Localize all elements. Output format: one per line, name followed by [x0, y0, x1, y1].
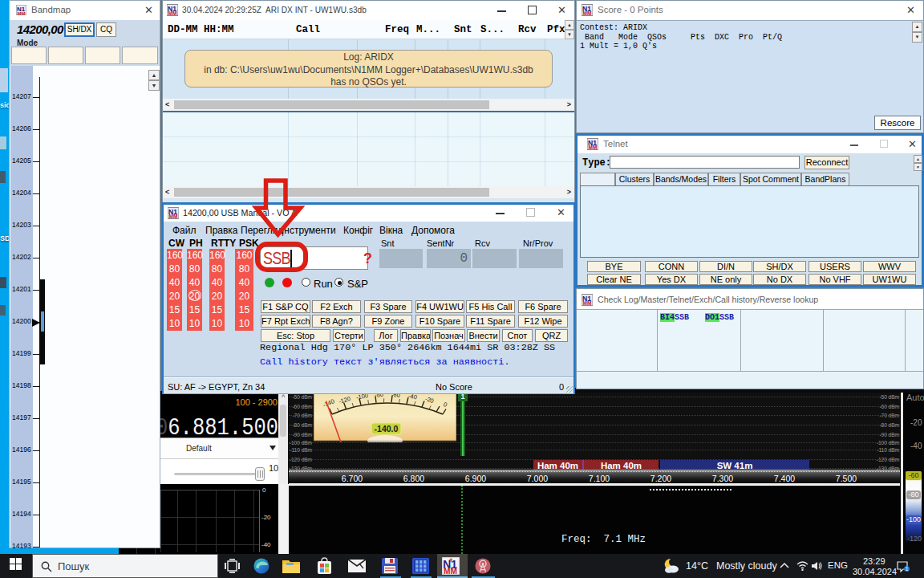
- svg-text:MM: MM: [168, 10, 177, 16]
- svg-text:MM: MM: [583, 300, 592, 306]
- svg-text:MM: MM: [18, 11, 26, 16]
- svg-text:MM: MM: [589, 144, 598, 150]
- svg-text:+: +: [449, 557, 453, 564]
- svg-text:-140.0: -140.0: [375, 424, 399, 434]
- svg-text:MM: MM: [583, 10, 592, 16]
- svg-text:MM: MM: [444, 567, 457, 575]
- svg-text:1: 1: [906, 566, 909, 572]
- svg-text:MM: MM: [169, 214, 178, 219]
